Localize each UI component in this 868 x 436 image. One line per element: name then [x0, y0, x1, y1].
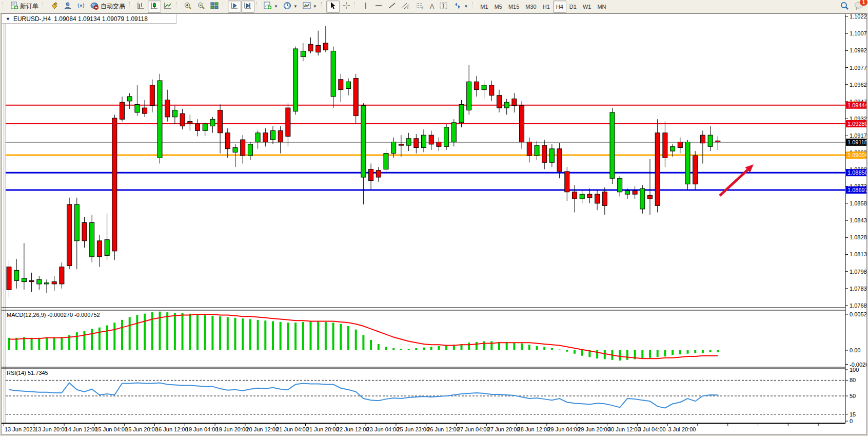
svg-text:20 Jun 12:00: 20 Jun 12:00 [246, 426, 279, 432]
channel-icon: E [401, 2, 410, 11]
svg-text:21 Jun 20:00: 21 Jun 20:00 [306, 426, 339, 432]
search-icon[interactable] [840, 1, 849, 12]
toolbar-grip [256, 2, 260, 11]
svg-text:50: 50 [850, 393, 856, 399]
timeframe-d1-button[interactable]: D1 [566, 1, 580, 13]
timeframe-m30-button[interactable]: M30 [522, 1, 539, 13]
chart-symbol-period: EURUSD-,H4 [13, 15, 51, 23]
toolbar-grip [223, 2, 226, 11]
timeframe-h4-button[interactable]: H4 [553, 1, 566, 13]
svg-text:26 Jun 12:00: 26 Jun 12:00 [427, 426, 460, 432]
symbol-dropdown-icon: ▼ [6, 16, 10, 22]
horizontal-line-tool-button[interactable] [372, 1, 385, 13]
new-order-button[interactable]: 新订单 [8, 1, 41, 13]
svg-text:1.09118: 1.09118 [847, 139, 866, 145]
new-order-icon [10, 2, 18, 11]
horizontal-line-icon [374, 2, 383, 11]
tile-windows-button[interactable] [208, 1, 221, 13]
styler-button[interactable] [48, 1, 61, 13]
vertical-line-tool-button[interactable] [360, 1, 372, 13]
timeframe-mn-button[interactable]: MN [594, 1, 609, 13]
line-chart-button[interactable] [161, 1, 174, 13]
dropdown-caret-icon: ▼ [293, 4, 298, 9]
svg-text:0.00: 0.00 [850, 347, 860, 353]
profile-icon [64, 2, 72, 11]
bar-chart-icon [137, 2, 145, 11]
svg-text:1.09175: 1.09175 [850, 132, 866, 139]
add-indicator-button[interactable]: ▼ [261, 1, 281, 13]
timeframe-w1-button[interactable]: W1 [580, 1, 595, 13]
price-chart[interactable]: 1.102251.100751.099251.097751.096251.094… [2, 14, 866, 434]
candlestick-chart-icon [150, 2, 159, 11]
autotrading-button[interactable]: 自动交易 [88, 1, 128, 13]
zoom-out-button[interactable] [194, 1, 208, 13]
zoom-in-button[interactable] [181, 1, 194, 13]
svg-text:14 Jun 12:00: 14 Jun 12:00 [65, 426, 98, 432]
svg-text:29 Jun 04:00: 29 Jun 04:00 [547, 426, 580, 432]
svg-text:0: 0 [850, 418, 853, 424]
dropdown-caret-icon: ▼ [313, 4, 317, 9]
add-indicator-icon [264, 2, 272, 11]
timeframe-m1-button[interactable]: M1 [477, 1, 491, 13]
chart-ohlc-values: 1.09084 1.09134 1.09079 1.09118 [54, 15, 148, 23]
svg-text:1.09004: 1.09004 [847, 152, 866, 158]
zoom-out-icon [197, 2, 205, 11]
chart-title-bar[interactable]: ▼ EURUSD-,H4 1.09084 1.09134 1.09079 1.0… [2, 14, 176, 24]
svg-text:1.07830: 1.07830 [850, 286, 866, 292]
svg-text:1.09625: 1.09625 [850, 82, 866, 88]
text-tool-button[interactable]: A [427, 1, 437, 13]
clock-icon [283, 2, 291, 11]
zoom-in-icon [184, 2, 192, 11]
notification-badge: 1 [860, 0, 867, 6]
timeframe-m5-button[interactable]: M5 [491, 1, 505, 13]
svg-text:30 Jun 12:00: 30 Jun 12:00 [608, 426, 641, 432]
auto-scroll-button[interactable] [228, 1, 241, 13]
toolbar-grip [321, 2, 325, 11]
timeframe-m15-button[interactable]: M15 [505, 1, 522, 13]
svg-text:1.08280: 1.08280 [850, 234, 866, 240]
templates-button[interactable]: ▼ [300, 1, 320, 13]
crosshair-button[interactable] [340, 1, 353, 13]
trendline-tool-button[interactable] [385, 1, 399, 13]
fibonacci-tool-button[interactable]: F [413, 1, 427, 13]
timeframe-h1-button[interactable]: H1 [540, 1, 553, 13]
vertical-line-icon [362, 2, 369, 11]
macd-indicator-label: MACD(12,26,9) -0.000270 -0.000752 [7, 312, 100, 318]
svg-text:29 Jun 20:00: 29 Jun 20:00 [578, 426, 610, 432]
svg-text:1.09444: 1.09444 [847, 102, 866, 108]
notifications-button[interactable]: 1 [854, 1, 864, 12]
auto-scroll-icon [230, 2, 239, 11]
bar-chart-button[interactable] [134, 1, 148, 13]
text-label-tool-button[interactable]: T [437, 1, 451, 13]
svg-text:3 Jul 04:00: 3 Jul 04:00 [638, 426, 666, 432]
svg-text:T: T [442, 3, 445, 9]
svg-text:1.08430: 1.08430 [850, 217, 866, 223]
crosshair-icon [342, 2, 350, 11]
svg-text:1.08580: 1.08580 [850, 200, 866, 206]
arrows-icon [453, 2, 462, 11]
toolbar-grip [472, 2, 476, 11]
svg-text:27 Jun 20:00: 27 Jun 20:00 [487, 426, 520, 432]
profile-button[interactable] [61, 1, 74, 13]
cursor-button[interactable] [326, 1, 340, 13]
equidistant-channel-tool-button[interactable]: E [399, 1, 413, 13]
price-chart-canvas[interactable]: 1.102251.100751.099251.097751.096251.094… [2, 14, 866, 434]
dropdown-caret-icon: ▼ [274, 4, 278, 9]
periods-button[interactable]: ▼ [281, 1, 300, 13]
svg-text:1.09925: 1.09925 [850, 47, 866, 53]
chart-shift-button[interactable] [241, 1, 254, 13]
svg-text:15: 15 [850, 411, 856, 418]
svg-text:1.07680: 1.07680 [850, 302, 866, 309]
text-tool-icon: A [430, 3, 435, 10]
tile-windows-icon [210, 2, 219, 11]
svg-text:3 Jul 20:00: 3 Jul 20:00 [668, 426, 696, 432]
signals-button[interactable] [74, 1, 88, 13]
line-chart-icon [164, 2, 172, 11]
svg-text:15 Jun 20:00: 15 Jun 20:00 [125, 426, 158, 432]
svg-text:0.005211: 0.005211 [850, 311, 866, 317]
arrows-tool-button[interactable]: ▼ [451, 1, 470, 13]
signal-icon [77, 2, 85, 11]
candlestick-chart-button[interactable] [148, 1, 161, 13]
toolbar-grip [354, 2, 358, 11]
svg-text:1.10075: 1.10075 [850, 30, 866, 36]
